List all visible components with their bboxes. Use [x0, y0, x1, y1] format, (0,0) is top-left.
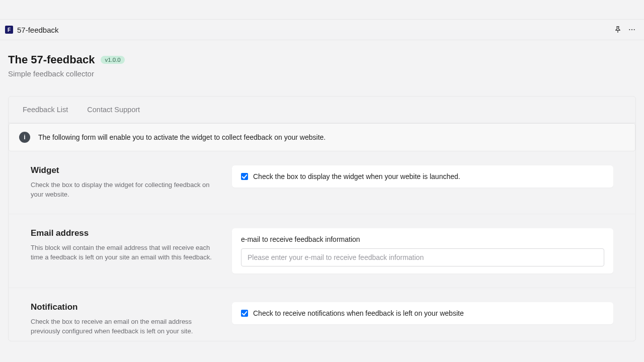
notification-checkbox-label: Check to receive notifications when feed… [253, 309, 464, 317]
section-notification: Notification Check the box to receive an… [9, 288, 635, 341]
email-panel: e-mail to receive feedback information [232, 228, 613, 274]
widget-title: Widget [31, 165, 212, 175]
section-widget: Widget Check the box to display the widg… [9, 151, 635, 214]
tab-feedback-list[interactable]: Feedback List [23, 106, 68, 114]
notification-checkbox-row[interactable]: Check to receive notifications when feed… [241, 309, 604, 317]
version-badge: v1.0.0 [101, 56, 124, 64]
email-desc: This block will contain the email addres… [31, 243, 212, 262]
window-header: F 57-feedback [0, 19, 644, 40]
email-title: Email address [31, 228, 212, 238]
notification-title: Notification [31, 302, 212, 312]
notification-panel: Check to receive notifications when feed… [232, 302, 613, 324]
more-button[interactable] [625, 23, 639, 37]
more-icon [628, 26, 636, 34]
svg-point-3 [634, 29, 635, 30]
tab-contact-support[interactable]: Contact Support [87, 106, 140, 114]
email-field-label: e-mail to receive feedback information [241, 235, 604, 243]
widget-checkbox[interactable] [241, 173, 248, 180]
info-icon: i [19, 132, 30, 143]
widget-panel: Check the box to display the widget when… [232, 165, 613, 188]
content-area: The 57-feedback v1.0.0 Simple feedback c… [0, 40, 644, 362]
info-banner: i The following form will enable you to … [9, 123, 635, 151]
notification-checkbox[interactable] [241, 310, 248, 317]
widget-desc: Check the box to display the widget for … [31, 180, 212, 200]
pin-button[interactable] [611, 23, 625, 37]
tabs: Feedback List Contact Support [9, 97, 635, 123]
notification-desc: Check the box to receive an email on the… [31, 317, 212, 336]
app-icon: F [5, 26, 13, 34]
widget-checkbox-row[interactable]: Check the box to display the widget when… [241, 172, 604, 180]
top-spacer [0, 0, 644, 19]
page-subtitle: Simple feedback collector [8, 69, 636, 78]
section-email: Email address This block will contain th… [9, 214, 635, 288]
email-input[interactable] [241, 248, 604, 266]
pin-icon [614, 26, 622, 34]
page-title: The 57-feedback [8, 53, 95, 66]
svg-point-2 [631, 29, 632, 30]
info-text: The following form will enable you to ac… [38, 133, 326, 141]
settings-card: Feedback List Contact Support i The foll… [8, 96, 636, 341]
svg-point-1 [629, 29, 630, 30]
widget-checkbox-label: Check the box to display the widget when… [253, 172, 460, 180]
header-title: 57-feedback [17, 26, 59, 34]
